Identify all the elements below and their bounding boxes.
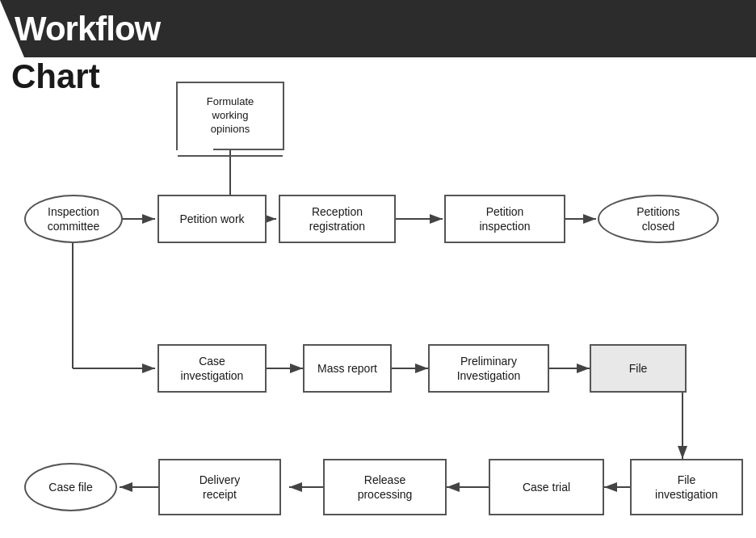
node-inspection-committee: Inspectioncommittee bbox=[24, 195, 123, 243]
node-petition-work: Petition work bbox=[158, 195, 267, 243]
node-preliminary-investigation: PreliminaryInvestigation bbox=[428, 344, 549, 393]
node-case-trial: Case trial bbox=[489, 459, 604, 515]
node-file-investigation: Fileinvestigation bbox=[630, 459, 743, 515]
header-title: Workflow bbox=[15, 10, 160, 48]
node-case-file: Case file bbox=[24, 463, 117, 511]
node-petitions-closed: Petitionsclosed bbox=[598, 195, 719, 243]
node-mass-report: Mass report bbox=[303, 344, 392, 393]
node-formulate: Formulateworkingopinions bbox=[176, 82, 284, 150]
node-petition-inspection: Petitioninspection bbox=[444, 195, 565, 243]
node-case-investigation: Caseinvestigation bbox=[158, 344, 267, 393]
node-release-processing: Releaseprocessing bbox=[323, 459, 447, 515]
node-file: File bbox=[590, 344, 687, 393]
workflow-chart: Formulateworkingopinions Inspectioncommi… bbox=[0, 57, 756, 538]
node-delivery-receipt: Deliveryreceipt bbox=[158, 459, 281, 515]
header: Workflow bbox=[0, 0, 756, 57]
node-reception-registration: Receptionregistration bbox=[279, 195, 396, 243]
